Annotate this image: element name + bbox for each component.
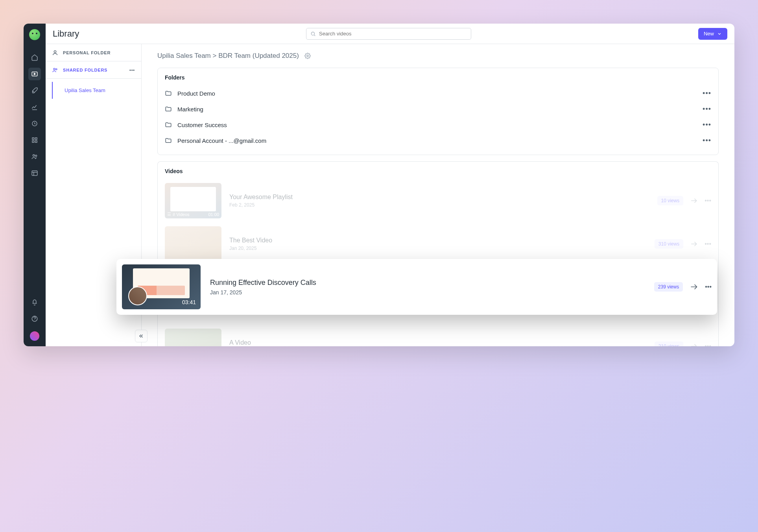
svg-point-11	[54, 50, 56, 52]
chevron-down-icon	[717, 31, 722, 36]
folder-icon	[165, 121, 172, 128]
more-icon[interactable]: •••	[705, 197, 711, 204]
folder-more-button[interactable]: •••	[703, 89, 711, 98]
rocket-icon	[31, 87, 38, 94]
folder-icon	[165, 137, 172, 144]
new-button[interactable]: New	[698, 28, 727, 40]
target-icon	[31, 120, 38, 127]
sidebar-shared-more[interactable]: •••	[129, 68, 135, 72]
more-icon[interactable]: •••	[705, 343, 711, 346]
shared-icon	[52, 67, 58, 73]
folders-card: Folders Product Demo ••• Marketing ••• C…	[157, 68, 719, 155]
nav-apps[interactable]	[28, 134, 41, 146]
sidebar-shared-folders[interactable]: SHARED FOLDERS •••	[46, 61, 141, 79]
layout-icon	[31, 170, 38, 177]
featured-duration: 03:41	[182, 299, 196, 305]
share-icon[interactable]	[690, 343, 697, 346]
presenter-avatar	[128, 286, 147, 305]
featured-video-card[interactable]: 03:41 Running Effective Discovery Calls …	[116, 259, 717, 315]
sidebar-shared-label: SHARED FOLDERS	[63, 68, 107, 72]
user-icon	[52, 50, 58, 56]
views-badge: 10 views	[657, 196, 684, 205]
user-avatar[interactable]	[30, 331, 39, 341]
svg-rect-5	[35, 141, 37, 143]
folder-row[interactable]: Marketing •••	[165, 101, 711, 117]
video-date: Jan 20, 2025	[229, 246, 647, 251]
search-icon	[310, 31, 316, 37]
folder-more-button[interactable]: •••	[703, 121, 711, 129]
folder-icon	[165, 105, 172, 113]
page-title: Library	[53, 29, 79, 39]
topbar: Library New	[46, 24, 734, 44]
svg-point-12	[53, 68, 55, 70]
apps-icon	[31, 137, 38, 144]
svg-point-10	[311, 32, 314, 35]
videos-card: Videos ☰ # Videos 01:00 Your Awesome Pla…	[157, 161, 719, 346]
featured-title: Running Effective Discovery Calls	[210, 279, 645, 287]
bell-icon	[31, 299, 38, 306]
folders-header: Folders	[165, 74, 711, 81]
share-icon[interactable]	[690, 240, 697, 248]
svg-point-14	[307, 55, 308, 57]
share-icon[interactable]	[690, 283, 698, 291]
folder-name: Marketing	[177, 106, 203, 113]
svg-rect-2	[32, 138, 34, 140]
featured-date: Jan 17, 2025	[210, 289, 645, 296]
breadcrumb-text[interactable]: Upilia Sales Team > BDR Team (Updated 20…	[157, 52, 299, 60]
nav-rail	[24, 24, 46, 346]
video-thumbnail	[165, 226, 221, 262]
folder-row[interactable]: Product Demo •••	[165, 85, 711, 101]
sidebar-item-team[interactable]: Upilia Sales Team	[52, 82, 141, 99]
sidebar-personal-folder[interactable]: PERSONAL FOLDER	[46, 44, 141, 61]
folder-row[interactable]: Personal Account - ...@gmail.com •••	[165, 133, 711, 148]
search-input-wrap[interactable]	[306, 28, 471, 40]
nav-home[interactable]	[28, 51, 41, 64]
nav-layout[interactable]	[28, 167, 41, 179]
folder-more-button[interactable]: •••	[703, 105, 711, 113]
nav-analytics[interactable]	[28, 101, 41, 113]
video-date: Feb 2, 2025	[229, 202, 649, 208]
nav-help[interactable]	[28, 312, 41, 325]
svg-rect-3	[35, 138, 37, 140]
svg-rect-8	[32, 171, 37, 175]
gear-icon[interactable]	[304, 53, 311, 59]
video-row[interactable]: ☰ # Videos 01:00 Your Awesome Playlist F…	[165, 179, 711, 222]
help-icon	[31, 315, 38, 322]
nav-notifications[interactable]	[28, 296, 41, 308]
folder-name: Customer Success	[177, 122, 227, 128]
videos-header: Videos	[165, 168, 711, 174]
featured-views-badge: 239 views	[654, 282, 683, 292]
svg-rect-4	[32, 141, 34, 143]
folder-name: Product Demo	[177, 90, 215, 97]
folder-icon	[165, 90, 172, 97]
svg-point-6	[33, 155, 35, 157]
share-icon[interactable]	[690, 197, 697, 204]
nav-library[interactable]	[28, 68, 41, 80]
nav-team[interactable]	[28, 150, 41, 163]
analytics-icon	[31, 103, 38, 111]
app-logo-icon	[29, 29, 40, 40]
people-icon	[31, 153, 38, 160]
nav-target[interactable]	[28, 117, 41, 130]
more-icon[interactable]: •••	[705, 240, 711, 248]
breadcrumb: Upilia Sales Team > BDR Team (Updated 20…	[157, 52, 719, 60]
video-thumbnail: 03:00	[165, 329, 221, 346]
home-icon	[31, 54, 38, 61]
folder-row[interactable]: Customer Success •••	[165, 117, 711, 133]
video-title: Your Awesome Playlist	[229, 194, 649, 201]
folder-more-button[interactable]: •••	[703, 137, 711, 145]
sidebar-personal-label: PERSONAL FOLDER	[63, 50, 111, 55]
video-title: A Video	[229, 339, 647, 346]
views-badge: 310 views	[655, 239, 683, 249]
app-window: Library New PERSONAL FOLDER	[24, 24, 734, 346]
search-input[interactable]	[319, 31, 467, 37]
folder-name: Personal Account - ...@gmail.com	[177, 137, 266, 144]
video-thumbnail: ☰ # Videos 01:00	[165, 183, 221, 218]
video-row[interactable]: 03:00 A Video Jan 17, 2025 210 views •••	[165, 325, 711, 346]
new-button-label: New	[704, 31, 714, 37]
nav-launch[interactable]	[28, 84, 41, 97]
featured-thumbnail: 03:41	[122, 264, 201, 309]
more-icon[interactable]: •••	[705, 283, 712, 290]
svg-point-7	[35, 155, 37, 157]
video-duration: 01:00	[208, 212, 219, 217]
